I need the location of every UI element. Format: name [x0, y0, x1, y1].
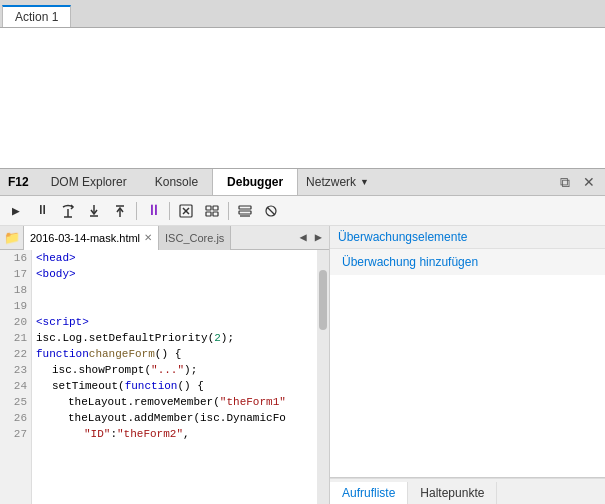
step-out-icon — [113, 204, 127, 218]
code-line: "ID" : "theForm2", — [36, 426, 317, 442]
tab-action1[interactable]: Action 1 — [2, 5, 71, 27]
code-line: function changeForm() { — [36, 346, 317, 362]
watch-header[interactable]: Überwachungselemente — [330, 226, 605, 249]
file-tabs: 📁 2016-03-14-mask.html ✕ ISC_Core.js ◀ ▶ — [0, 226, 329, 250]
watch-panel: Überwachungselemente Überwachung hinzufü… — [330, 226, 605, 478]
svg-rect-11 — [206, 212, 211, 216]
watch-add-button[interactable]: Überwachung hinzufügen — [330, 249, 605, 275]
tab-debugger[interactable]: Debugger — [212, 169, 298, 195]
code-editor[interactable]: 16 17 18 19 20 21 22 23 24 25 26 27 <hea… — [0, 250, 329, 504]
separator1 — [136, 202, 137, 220]
svg-line-17 — [267, 207, 275, 215]
svg-rect-10 — [213, 206, 218, 210]
devtools-header: F12 DOM Explorer Konsole Debugger Netzwe… — [0, 168, 605, 196]
code-line: <body> — [36, 266, 317, 282]
svg-rect-9 — [206, 206, 211, 210]
tab-nav-next-icon[interactable]: ▶ — [312, 230, 325, 245]
svg-rect-13 — [239, 206, 251, 209]
file-tab-inactive[interactable]: ISC_Core.js — [159, 226, 231, 250]
editor-area: 📁 2016-03-14-mask.html ✕ ISC_Core.js ◀ ▶… — [0, 226, 605, 504]
code-line — [36, 282, 317, 298]
right-panel: Überwachungselemente Überwachung hinzufü… — [330, 226, 605, 504]
bottom-tabs: Aufrufliste Haltepunkte — [330, 478, 605, 504]
breakpoints-icon — [264, 204, 278, 218]
step-into-button[interactable] — [82, 199, 106, 223]
code-line — [36, 298, 317, 314]
callstack-icon — [238, 204, 252, 218]
threads-button[interactable] — [200, 199, 224, 223]
code-line: theLayout.addMember(isc.DynamicFo — [36, 410, 317, 426]
tab-callstack[interactable]: Aufrufliste — [330, 482, 408, 504]
code-lines[interactable]: <head> <body> <script> isc.Log.setDefaul… — [32, 250, 317, 504]
tab-dom-explorer[interactable]: DOM Explorer — [37, 169, 141, 195]
devtools-header-right: ⧉ ✕ — [553, 170, 605, 194]
left-panel: 📁 2016-03-14-mask.html ✕ ISC_Core.js ◀ ▶… — [0, 226, 330, 504]
separator2 — [169, 202, 170, 220]
file-tab-nav: ◀ ▶ — [297, 230, 329, 245]
top-tab-bar: Action 1 — [0, 0, 605, 28]
code-line: <head> — [36, 250, 317, 266]
exception-icon — [179, 204, 193, 218]
step-over-button[interactable] — [56, 199, 80, 223]
code-line: isc.showPrompt("..."); — [36, 362, 317, 378]
pause-exception-button[interactable]: ⏸ — [141, 199, 165, 223]
separator3 — [228, 202, 229, 220]
svg-rect-14 — [239, 211, 251, 214]
line-numbers: 16 17 18 19 20 21 22 23 24 25 26 27 — [0, 250, 32, 504]
code-line: theLayout.removeMember("theForm1" — [36, 394, 317, 410]
tab-label: Action 1 — [15, 10, 58, 24]
step-into-icon — [87, 204, 101, 218]
file-tab-name-js: ISC_Core.js — [165, 232, 224, 244]
dropdown-arrow-icon: ▼ — [360, 177, 369, 187]
file-tab-close-button[interactable]: ✕ — [144, 232, 152, 243]
f12-label: F12 — [0, 169, 37, 195]
code-line: isc.Log.setDefaultPriority(2); — [36, 330, 317, 346]
tab-nav-prev-icon[interactable]: ◀ — [297, 230, 310, 245]
code-line: <script> — [36, 314, 317, 330]
svg-rect-12 — [213, 212, 218, 216]
file-tab-active[interactable]: 2016-03-14-mask.html ✕ — [24, 226, 159, 250]
devtools-panel: F12 DOM Explorer Konsole Debugger Netzwe… — [0, 168, 605, 504]
watch-content — [330, 275, 605, 477]
play-button[interactable]: ▶ — [4, 199, 28, 223]
scrollbar-thumb[interactable] — [319, 270, 327, 330]
close-devtools-icon[interactable]: ✕ — [577, 170, 601, 194]
callstack-button[interactable] — [233, 199, 257, 223]
detach-icon[interactable]: ⧉ — [553, 170, 577, 194]
pause-button[interactable]: ⏸ — [30, 199, 54, 223]
tab-konsole[interactable]: Konsole — [141, 169, 212, 195]
file-tab-name-html: 2016-03-14-mask.html — [30, 232, 140, 244]
tab-breakpoints[interactable]: Haltepunkte — [408, 482, 497, 504]
step-over-icon — [61, 204, 75, 218]
code-line: setTimeout(function () { — [36, 378, 317, 394]
breakpoints-list-button[interactable] — [259, 199, 283, 223]
threads-icon — [205, 204, 219, 218]
debugger-toolbar: ▶ ⏸ ⏸ — [0, 196, 605, 226]
main-content-area — [0, 28, 605, 168]
tab-netzwerk[interactable]: Netzwerk ▼ — [298, 175, 377, 189]
scrollbar[interactable] — [317, 250, 329, 504]
step-out-button[interactable] — [108, 199, 132, 223]
file-browser-button[interactable]: 📁 — [0, 226, 24, 250]
exception-button[interactable] — [174, 199, 198, 223]
